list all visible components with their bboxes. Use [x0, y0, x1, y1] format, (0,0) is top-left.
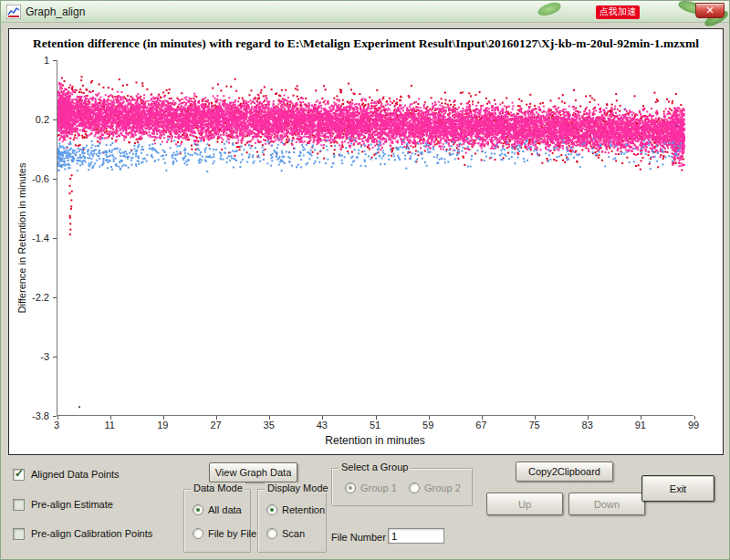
chart-title: Retention difference (in minutes) with r…: [9, 36, 723, 51]
x-tick-label: 11: [104, 420, 114, 430]
plot-area: [57, 60, 694, 416]
exit-button[interactable]: Exit: [641, 475, 714, 502]
x-tick-label: 83: [582, 420, 593, 430]
checkbox-box[interactable]: [13, 499, 25, 511]
y-tick-label: -3.8: [32, 410, 49, 421]
x-tick-label: 19: [157, 420, 168, 430]
radio-label[interactable]: Group 1: [360, 482, 397, 493]
y-tick-label: -1.4: [32, 233, 49, 244]
radio-button[interactable]: [345, 482, 356, 493]
x-tick-label: 43: [317, 420, 328, 430]
radio-button[interactable]: [193, 504, 203, 515]
x-tick-label: 35: [264, 420, 275, 430]
checkbox-label[interactable]: Pre-align Calibration Points: [31, 528, 152, 539]
file-number-label: File Number: [331, 532, 386, 543]
data-mode-legend: Data Mode: [191, 482, 245, 493]
chart-panel: Retention difference (in minutes) with r…: [8, 28, 724, 455]
radio-button[interactable]: [266, 504, 277, 515]
checkbox-label[interactable]: Aligned Data Points: [31, 469, 120, 480]
file-number-input[interactable]: [388, 528, 444, 544]
y-tick-label: -3: [40, 351, 49, 362]
close-button[interactable]: ✕: [695, 3, 725, 18]
x-tick-label: 3: [54, 420, 59, 430]
controls-panel: ✓ Aligned Data Points Pre-align Estimate…: [1, 455, 730, 560]
checkbox-label[interactable]: Pre-align Estimate: [31, 499, 113, 510]
radio-button[interactable]: [409, 482, 420, 493]
app-icon: [6, 5, 21, 19]
copy2clipboard-button[interactable]: Copy2Clipboard: [516, 461, 613, 482]
x-tick-label: 99: [688, 420, 699, 430]
data-mode-group: Data Mode All data File by File: [183, 489, 251, 553]
x-axis-label: Retention in minutes: [325, 434, 424, 447]
radio-dot-icon: [349, 486, 352, 490]
check-icon: ✓: [15, 467, 24, 480]
radio-label[interactable]: Retention: [282, 504, 325, 515]
radio-label[interactable]: All data: [208, 504, 242, 515]
accelerator-ad-badge[interactable]: 点我加速: [596, 5, 640, 19]
x-axis-ticks: 3111927354351596775839199: [57, 420, 694, 432]
radio-label[interactable]: File by File: [208, 528, 256, 539]
window-titlebar[interactable]: Graph_align 点我加速 ✕: [1, 1, 729, 23]
x-tick-label: 67: [475, 420, 486, 430]
y-tick-label: -0.6: [32, 173, 49, 184]
radio-button[interactable]: [193, 528, 203, 539]
checkbox-box[interactable]: [13, 528, 25, 540]
graph-align-window: { "window": { "title": "Graph_align", "c…: [0, 0, 730, 560]
y-axis-ticks: 10.2-0.6-1.4-2.2-3-3.8: [13, 60, 55, 416]
close-icon: ✕: [705, 5, 714, 16]
x-tick-label: 91: [635, 420, 646, 430]
x-tick-label: 75: [528, 420, 539, 430]
view-graph-data-button[interactable]: View Graph Data: [209, 462, 297, 482]
scatter-plot-canvas: [57, 60, 694, 416]
radio-dot-icon: [270, 508, 274, 512]
display-mode-group: Display Mode Retention Scan: [257, 489, 327, 553]
window-title: Graph_align: [26, 5, 85, 18]
y-tick-label: 1: [44, 55, 49, 66]
y-tick-label: -2.2: [32, 292, 49, 303]
checkbox-box[interactable]: ✓: [13, 469, 25, 481]
theme-leaf-decoration: [537, 1, 562, 17]
radio-dot-icon: [196, 508, 200, 512]
x-tick-label: 59: [422, 420, 433, 430]
radio-button[interactable]: [266, 528, 277, 539]
select-group-legend: Select a Group: [339, 461, 411, 472]
radio-label[interactable]: Scan: [282, 528, 305, 539]
x-tick-label: 27: [210, 420, 221, 430]
up-button[interactable]: Up: [486, 493, 563, 515]
radio-label[interactable]: Group 2: [424, 482, 461, 493]
y-tick-label: 0.2: [36, 114, 49, 125]
select-group-group: Select a Group Group 1 Group 2: [331, 468, 473, 506]
x-tick-label: 51: [370, 420, 381, 430]
display-mode-legend: Display Mode: [265, 482, 331, 493]
down-button[interactable]: Down: [568, 493, 645, 515]
